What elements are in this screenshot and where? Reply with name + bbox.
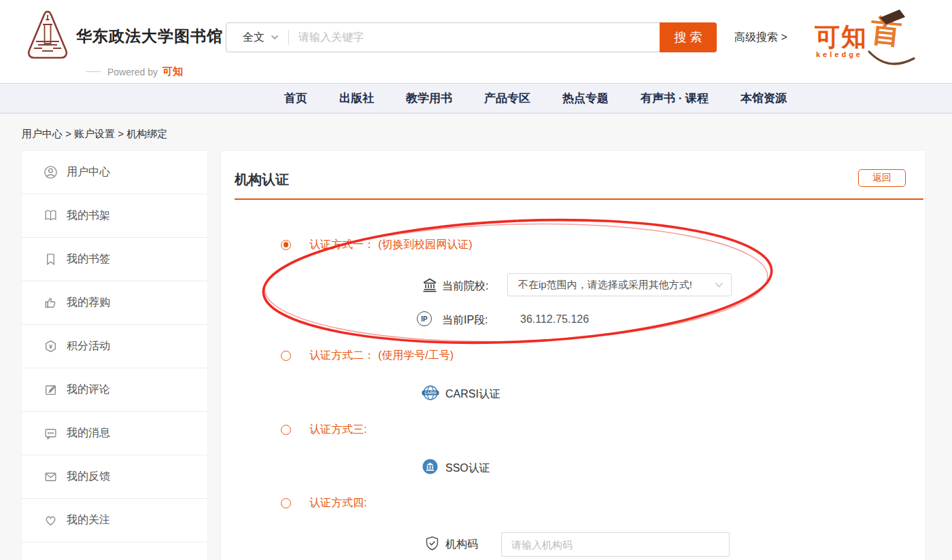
sidebar-item-label: 我的消息: [67, 426, 110, 440]
heart-icon: [44, 513, 58, 527]
org-code-icon: [424, 536, 440, 551]
method4-radio[interactable]: [281, 498, 291, 508]
school-icon: [422, 277, 438, 293]
sidebar-item-label: 我的书签: [67, 252, 110, 266]
method1-hint[interactable]: (切换到校园网认证): [378, 238, 473, 252]
auth-method-1-row: 认证方式一： (切换到校园网认证): [281, 237, 473, 253]
method3-radio[interactable]: [281, 425, 291, 435]
school-label: 当前院校:: [442, 279, 488, 294]
ip-label: 当前IP段:: [442, 313, 488, 328]
sidebar-item-recommend[interactable]: 我的荐购: [22, 281, 207, 325]
page-header: 华东政法大学图书馆 Powered by 可知 全文 搜 索 高级搜索 > 可知…: [0, 0, 952, 83]
search-scope-label: 全文: [243, 31, 265, 45]
method3-label: 认证方式三:: [309, 423, 367, 437]
page-title: 机构认证: [235, 171, 289, 189]
search-button[interactable]: 搜 索: [660, 22, 717, 52]
bookshelf-icon: [44, 209, 58, 223]
powered-by-brand: 可知: [163, 65, 183, 78]
feedback-icon: [44, 470, 58, 484]
comment-icon: [44, 383, 58, 397]
sidebar-item-bookshelf[interactable]: 我的书架: [22, 194, 207, 238]
method2-radio[interactable]: [281, 351, 291, 361]
institution-auth-panel: 机构认证 返回 认证方式一： (切换到校园网认证) 当前院校: 不在ip范围内，…: [221, 151, 925, 560]
auth-method-3-row: 认证方式三:: [281, 421, 370, 438]
user-icon: [44, 165, 58, 179]
ip-value: 36.112.75.126: [520, 313, 589, 326]
carsi-auth-link[interactable]: CARSI认证: [445, 387, 500, 402]
sidebar-item-feedback[interactable]: 我的反馈: [22, 455, 207, 499]
points-icon: ¥: [44, 339, 58, 353]
nav-audiobooks-courses[interactable]: 有声书 · 课程: [641, 90, 709, 106]
sidebar-item-label: 我的书架: [67, 209, 110, 223]
chevron-down-icon: [715, 282, 724, 288]
main-nav: 首页 出版社 教学用书 产品专区 热点专题 有声书 · 课程 本馆资源: [0, 83, 952, 113]
ip-icon: IP: [417, 311, 432, 326]
method1-label: 认证方式一：: [309, 238, 375, 252]
sidebar-item-user-center[interactable]: 用户中心: [22, 151, 207, 194]
carsi-icon: CARSI: [422, 384, 439, 402]
sidebar-item-comments[interactable]: 我的评论: [22, 368, 207, 412]
dash-divider: [86, 71, 101, 72]
auth-method-2-row: 认证方式二： (使用学号/工号): [281, 347, 454, 364]
site-title: 华东政法大学图书馆: [76, 26, 223, 47]
powered-by-text: Powered by: [107, 67, 158, 77]
school-select[interactable]: 不在ip范围内，请选择或采用其他方式!: [507, 273, 732, 296]
chevron-down-icon: [271, 35, 279, 40]
nav-home[interactable]: 首页: [284, 90, 307, 106]
message-icon: [44, 426, 58, 440]
school-select-value: 不在ip范围内，请选择或采用其他方式!: [518, 279, 692, 292]
sidebar-item-label: 积分活动: [67, 339, 110, 353]
back-button[interactable]: 返回: [858, 169, 906, 187]
breadcrumb[interactable]: 用户中心 > 账户设置 > 机构绑定: [22, 128, 167, 141]
advanced-search-link[interactable]: 高级搜索 >: [734, 31, 787, 45]
keledge-logo-swoosh-icon: [815, 7, 917, 75]
ip-icon-text: IP: [421, 315, 427, 323]
search-bar: 全文 搜 索: [226, 22, 717, 52]
sidebar-item-label: 用户中心: [67, 165, 110, 179]
powered-by: Powered by 可知: [86, 65, 183, 78]
auth-method-4-row: 认证方式四:: [281, 495, 370, 511]
sidebar-item-label: 我的荐购: [67, 296, 110, 310]
keledge-logo: 可知 keledge 首: [815, 7, 917, 75]
org-code-label: 机构码: [445, 538, 478, 552]
sso-auth-link[interactable]: SSO认证: [445, 461, 490, 476]
bookmark-icon: [44, 252, 58, 266]
method2-hint: (使用学号/工号): [378, 349, 454, 363]
nav-product-zone[interactable]: 产品专区: [484, 90, 530, 106]
search-input[interactable]: [289, 24, 716, 51]
sidebar-item-messages[interactable]: 我的消息: [22, 412, 207, 455]
nav-teaching-books[interactable]: 教学用书: [406, 90, 452, 106]
nav-publishers[interactable]: 出版社: [339, 90, 374, 106]
sidebar-item-label: 我的关注: [67, 513, 110, 527]
thumbs-up-icon: [44, 296, 58, 310]
method2-label: 认证方式二：: [309, 349, 375, 363]
svg-text:¥: ¥: [49, 343, 53, 350]
carsi-icon-text: CARSI: [424, 391, 437, 395]
sso-icon: [422, 459, 438, 474]
org-code-input[interactable]: [501, 532, 730, 557]
sidebar-item-following[interactable]: 我的关注: [22, 499, 207, 542]
university-logo-icon: [26, 10, 69, 65]
sidebar: 用户中心 我的书架 我的书签 我的荐购 ¥ 积分活动 我的评论: [22, 151, 207, 560]
nav-hot-topics[interactable]: 热点专题: [562, 90, 609, 106]
sidebar-item-label: 我的反馈: [67, 470, 110, 484]
title-divider: [235, 198, 923, 200]
sidebar-item-bookmarks[interactable]: 我的书签: [22, 238, 207, 281]
sidebar-item-label: 我的评论: [67, 383, 110, 397]
nav-library-resources[interactable]: 本馆资源: [741, 90, 787, 106]
sidebar-item-points[interactable]: ¥ 积分活动: [22, 325, 207, 368]
search-scope-select[interactable]: 全文: [226, 31, 288, 45]
method4-label: 认证方式四:: [309, 496, 367, 510]
method1-radio[interactable]: [281, 240, 291, 250]
